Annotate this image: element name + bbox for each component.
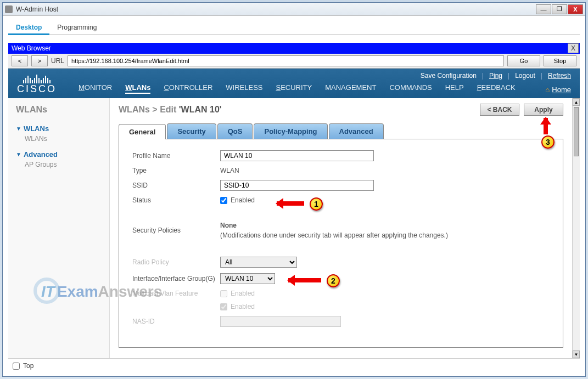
text-status-enabled: Enabled bbox=[231, 196, 255, 204]
scroll-down-button[interactable]: ▼ bbox=[573, 350, 580, 358]
label-radio-policy: Radio Policy bbox=[132, 258, 220, 266]
titlebar: W-Admin Host — ❐ X bbox=[3, 3, 585, 16]
sidebar-head-advanced[interactable]: ▼ Advanced bbox=[16, 150, 102, 159]
scroll-up-button[interactable]: ▲ bbox=[573, 98, 580, 106]
tab-qos[interactable]: QoS bbox=[217, 123, 253, 139]
nav-controller[interactable]: CONTROLLER bbox=[164, 83, 212, 94]
callout-3: 3 bbox=[541, 135, 555, 149]
refresh-link[interactable]: Refresh bbox=[548, 72, 571, 80]
window-title: W-Admin Host bbox=[16, 5, 536, 13]
note-secpol: (Modifications done under security tab w… bbox=[220, 231, 448, 239]
tab-general[interactable]: General bbox=[119, 124, 166, 139]
input-ssid[interactable] bbox=[220, 180, 374, 191]
arrow-1 bbox=[277, 201, 304, 206]
row-radio-policy: Radio Policy All bbox=[132, 257, 550, 268]
row-multicast: Multicast Vlan Feature Enabled bbox=[132, 290, 550, 297]
row-broadcast: Enabled bbox=[132, 303, 550, 310]
select-interface-group[interactable]: WLAN 10 bbox=[220, 273, 275, 284]
arrow-3 bbox=[544, 118, 548, 134]
row-secpol: Security Policies None (Modifications do… bbox=[132, 222, 550, 239]
checkbox-broadcast bbox=[220, 303, 227, 310]
row-type: Type WLAN bbox=[132, 167, 550, 174]
nav-wireless[interactable]: WIRELESS bbox=[226, 83, 262, 94]
cisco-logo: CISCO bbox=[17, 73, 57, 98]
home-link[interactable]: ⌂ Home bbox=[545, 86, 571, 94]
top-menu: MONITOR WLANs CONTROLLER WIRELESS SECURI… bbox=[79, 83, 516, 98]
ping-link[interactable]: Ping bbox=[489, 72, 502, 80]
maximize-button[interactable]: ❐ bbox=[552, 4, 567, 14]
label-nasid: NAS-ID bbox=[132, 318, 220, 325]
browser-close-button[interactable]: X bbox=[568, 43, 579, 53]
select-radio-policy[interactable]: All bbox=[220, 257, 297, 268]
row-ssid: SSID bbox=[132, 180, 550, 191]
checkbox-status-enabled[interactable] bbox=[220, 197, 227, 204]
url-input[interactable] bbox=[68, 55, 504, 66]
tab-body-general: Profile Name Type WLAN SSID Status bbox=[119, 139, 563, 348]
tab-security[interactable]: Security bbox=[167, 123, 216, 139]
sidebar-head-wlans[interactable]: ▼ WLANs bbox=[16, 125, 102, 133]
crumb-root: WLANs > bbox=[119, 105, 160, 114]
label-type: Type bbox=[132, 167, 220, 174]
input-profile-name[interactable] bbox=[220, 150, 374, 161]
home-icon: ⌂ bbox=[545, 86, 550, 94]
app-tabs: Desktop Programming bbox=[8, 21, 580, 35]
stop-button[interactable]: Stop bbox=[544, 55, 576, 66]
chevron-down-icon: ▼ bbox=[16, 151, 21, 157]
browser-title: Web Browser bbox=[8, 44, 568, 52]
nav-forward-button[interactable]: > bbox=[31, 55, 48, 66]
crumb-edit: Edit bbox=[160, 105, 179, 114]
logout-link[interactable]: Logout bbox=[515, 72, 535, 80]
cisco-bars-icon bbox=[23, 73, 51, 83]
inner-body: Desktop Programming Web Browser X < > UR… bbox=[3, 16, 585, 376]
sidebar: WLANs ▼ WLANs WLANs ▼ Advanced AP Groups bbox=[8, 98, 110, 358]
label-status: Status bbox=[132, 196, 220, 204]
minimize-button[interactable]: — bbox=[536, 4, 551, 14]
chevron-down-icon: ▼ bbox=[16, 126, 21, 132]
nav-commands[interactable]: COMMANDS bbox=[389, 83, 432, 94]
nav-management[interactable]: MANAGEMENT bbox=[325, 83, 376, 94]
nav-monitor[interactable]: MONITOR bbox=[79, 83, 112, 94]
home-text: Home bbox=[552, 86, 571, 94]
tab-policy-mapping[interactable]: Policy-Mapping bbox=[254, 123, 327, 139]
text-broadcast: Enabled bbox=[231, 303, 255, 310]
sidebar-head-wlans-label: WLANs bbox=[24, 125, 49, 133]
checkbox-multicast bbox=[220, 290, 227, 297]
nav-security[interactable]: SECURITY bbox=[276, 83, 312, 94]
scroll-thumb[interactable] bbox=[574, 107, 579, 156]
sidebar-item-apgroups[interactable]: AP Groups bbox=[16, 159, 102, 168]
tab-advanced[interactable]: Advanced bbox=[329, 123, 384, 139]
input-nasid bbox=[220, 316, 341, 327]
bottom-bar: Top bbox=[8, 358, 580, 373]
tab-desktop[interactable]: Desktop bbox=[8, 21, 49, 35]
callout-1: 1 bbox=[310, 197, 323, 211]
main-area: WLANs > Edit 'WLAN 10' < BACK Apply Gene… bbox=[110, 98, 572, 358]
sidebar-item-wlans[interactable]: WLANs bbox=[16, 133, 102, 143]
go-button[interactable]: Go bbox=[507, 55, 540, 66]
value-type: WLAN bbox=[220, 167, 239, 174]
breadcrumb: WLANs > Edit 'WLAN 10' bbox=[119, 105, 480, 115]
row-profile-name: Profile Name bbox=[132, 150, 550, 161]
label-profile-name: Profile Name bbox=[132, 152, 220, 160]
arrow-2 bbox=[288, 278, 321, 282]
page-head: WLANs > Edit 'WLAN 10' < BACK Apply bbox=[119, 104, 563, 116]
nav-feedback[interactable]: FEEDBACK bbox=[477, 83, 516, 94]
save-config-link[interactable]: Save Configuration bbox=[421, 72, 477, 80]
checkbox-top[interactable] bbox=[13, 363, 20, 370]
back-button[interactable]: < BACK bbox=[480, 104, 519, 116]
nav-help[interactable]: HELP bbox=[445, 83, 464, 94]
sidebar-section-wlans: ▼ WLANs WLANs bbox=[16, 125, 102, 143]
tab-programming[interactable]: Programming bbox=[49, 21, 104, 35]
top-links: Save Configuration | Ping | Logout | Ref… bbox=[421, 72, 571, 80]
cisco-banner: CISCO MONITOR WLANs CONTROLLER WIRELESS … bbox=[8, 69, 580, 98]
row-interface-group: Interface/Interface Group(G) WLAN 10 bbox=[132, 273, 550, 284]
sidebar-section-advanced: ▼ Advanced AP Groups bbox=[16, 150, 102, 168]
url-label: URL bbox=[51, 57, 64, 65]
close-button[interactable]: X bbox=[568, 4, 583, 14]
content-wrap: WLANs ▼ WLANs WLANs ▼ Advanced AP Groups bbox=[8, 98, 580, 358]
app-icon bbox=[5, 5, 13, 13]
row-nasid: NAS-ID bbox=[132, 316, 550, 327]
label-ssid: SSID bbox=[132, 182, 220, 189]
nav-back-button[interactable]: < bbox=[12, 55, 28, 66]
nav-wlans[interactable]: WLANs bbox=[125, 83, 150, 94]
crumb-wlan10: 'WLAN 10' bbox=[179, 105, 222, 114]
